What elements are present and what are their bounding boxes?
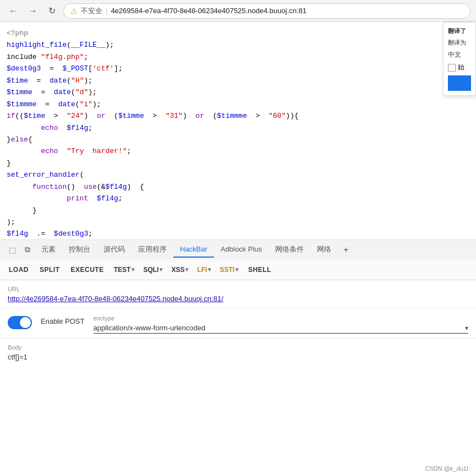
code-line-5: $timme = date("d");	[7, 88, 97, 96]
tab-network[interactable]: 网络	[310, 241, 338, 259]
hackbar-split-button[interactable]: SPLIT	[35, 264, 64, 276]
enctype-select-wrapper[interactable]: application/x-www-form-urlencoded ▾	[94, 324, 469, 334]
browser-bar: ← → ↻ ⚠ 不安全 | 4e269584-e7ea-4f70-8e48-06…	[0, 0, 476, 22]
warning-icon: ⚠	[70, 7, 78, 15]
enctype-label: enctype	[94, 315, 469, 322]
enctype-chevron-icon: ▾	[465, 324, 468, 332]
address-bar[interactable]: ⚠ 不安全 | 4e269584-e7ea-4f70-8e48-06234e40…	[63, 3, 470, 19]
code-line-6: $timmme = date("i");	[7, 100, 101, 108]
code-line-4: $time = date("H");	[7, 77, 92, 85]
tab-sources[interactable]: 源代码	[97, 241, 132, 259]
tab-network-conditions[interactable]: 网络条件	[269, 241, 310, 259]
devtools-bar: ⬚ ⧉ 元素 控制台 源代码 应用程序 HackBar Adblock Plus…	[0, 239, 476, 259]
enctype-value: application/x-www-form-urlencoded	[94, 324, 466, 332]
code-line-10: echo "Try harder!";	[7, 147, 131, 155]
chevron-down-icon: ▾	[208, 266, 211, 273]
chevron-down-icon: ▾	[185, 266, 188, 273]
translate-checkbox-row: 始	[448, 63, 471, 72]
hackbar-ssti-dropdown[interactable]: SSTI ▾	[216, 264, 242, 276]
url-link[interactable]: http://4e269584-e7ea-4f70-8e48-06234e407…	[8, 295, 223, 303]
code-content-area: <?php highlight_file(__FILE__); include …	[0, 22, 476, 239]
hackbar-load-button[interactable]: LOAD	[4, 264, 33, 276]
refresh-button[interactable]: ↻	[45, 4, 59, 17]
code-line-12: set_error_handler(	[7, 171, 84, 179]
code-line-9: }else{	[7, 135, 32, 144]
translate-to-label: 翻译为	[448, 39, 471, 47]
insecure-label: 不安全	[81, 6, 102, 16]
code-line-14: print $fl4g;	[7, 194, 123, 203]
devtools-device-icon[interactable]: ⧉	[20, 243, 35, 257]
body-section: Body ctf[]=1	[0, 339, 476, 367]
chevron-down-icon: ▾	[236, 266, 238, 273]
url-section: URL http://4e269584-e7ea-4f70-8e48-06234…	[0, 280, 476, 308]
enable-post-label: Enable POST	[41, 317, 85, 325]
forward-button[interactable]: →	[25, 5, 41, 17]
separator: |	[106, 7, 107, 15]
body-input[interactable]: ctf[]=1	[8, 353, 468, 361]
code-line-16: );	[7, 218, 15, 226]
add-tab-button[interactable]: +	[338, 242, 354, 258]
devtools-inspect-icon[interactable]: ⬚	[4, 243, 20, 257]
translate-checkbox[interactable]	[448, 64, 456, 72]
toggle-switch[interactable]	[8, 316, 32, 329]
chevron-down-icon: ▾	[132, 266, 134, 273]
code-line-15: }	[7, 206, 37, 215]
code-line-8: echo $fl4g;	[7, 124, 92, 132]
hackbar-sqli-dropdown[interactable]: SQLI ▾	[140, 264, 166, 276]
code-line-1: highlight_file(__FILE__);	[7, 41, 114, 49]
translate-checkbox-label: 始	[458, 63, 464, 72]
toggle-thumb	[20, 317, 31, 328]
code-line-11: }	[7, 159, 11, 167]
post-row: Enable POST enctype application/x-www-fo…	[0, 308, 476, 339]
enctype-section: enctype application/x-www-form-urlencode…	[94, 315, 469, 334]
chevron-down-icon: ▾	[160, 266, 162, 273]
tab-console[interactable]: 控制台	[62, 241, 97, 259]
tab-elements[interactable]: 元素	[35, 241, 62, 259]
tab-application[interactable]: 应用程序	[132, 241, 173, 259]
hackbar-test-dropdown[interactable]: TEST ▾	[111, 264, 138, 276]
hackbar-shell-button[interactable]: SHELL	[244, 264, 276, 276]
translate-popup: 翻译了 翻译为 中文 始	[443, 22, 476, 96]
hackbar-execute-button[interactable]: EXECUTE	[67, 264, 108, 276]
code-line-17: $fl4g .= $dest0g3;	[7, 230, 92, 238]
translate-lang: 中文	[448, 50, 471, 59]
back-button[interactable]: ←	[6, 5, 21, 17]
code-line-7: if(($time > "24") or ($timme > "31") or …	[7, 112, 299, 120]
code-line-13: function() use(&$fl4g) {	[7, 183, 144, 191]
code-line-2: include "fl4g.php";	[7, 53, 88, 61]
code-line-3: $dest0g3 = $_POST['ctf'];	[7, 64, 123, 73]
translate-title: 翻译了	[448, 27, 471, 35]
url-label: URL	[8, 286, 468, 292]
tab-adblock[interactable]: Adblock Plus	[214, 242, 269, 258]
hackbar-xss-dropdown[interactable]: XSS ▾	[168, 264, 192, 276]
browser-address: 4e269584-e7ea-4f70-8e48-06234e407525.nod…	[111, 7, 307, 15]
hackbar-lfi-dropdown[interactable]: LFI ▾	[194, 264, 214, 276]
body-label: Body	[8, 344, 468, 351]
hackbar-toolbar: LOAD SPLIT EXECUTE TEST ▾ SQLI ▾ XSS ▾ L…	[0, 259, 476, 280]
php-open-tag: <?php	[7, 29, 28, 37]
tab-hackbar[interactable]: HackBar	[173, 242, 214, 258]
footer: CSDN @k_du1t	[423, 463, 470, 474]
footer-text: CSDN @k_du1t	[425, 465, 468, 472]
translate-button[interactable]	[448, 75, 471, 91]
